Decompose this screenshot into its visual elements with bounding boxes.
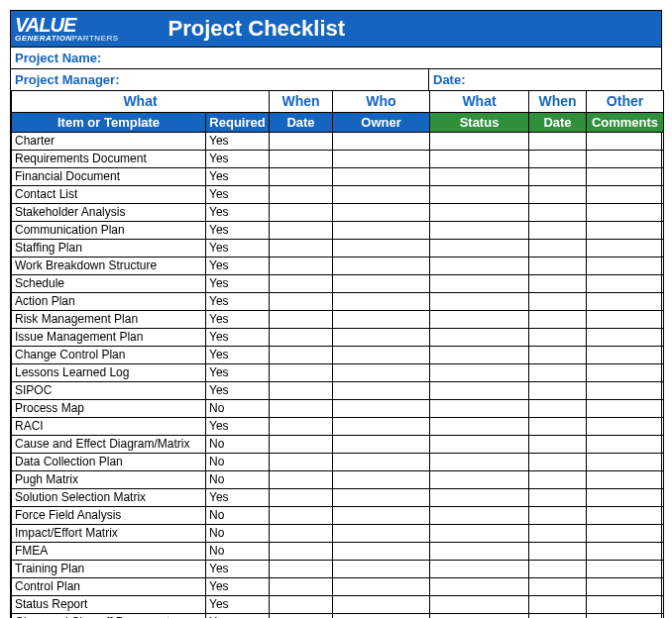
cell-owner — [333, 240, 430, 258]
cell-required: Yes — [206, 311, 270, 329]
cell-date1 — [270, 329, 333, 347]
cell-comments — [587, 240, 664, 258]
cell-required: No — [206, 454, 270, 471]
cell-date2 — [529, 489, 587, 507]
cell-required: Yes — [206, 329, 270, 347]
cell-status — [430, 329, 529, 347]
cell-item: Solution Selection Matrix — [12, 489, 206, 507]
logo-bottom: GENERATIONPARTNERS — [15, 35, 119, 43]
table-row: Solution Selection MatrixYes — [12, 489, 664, 507]
cell-comments — [587, 418, 664, 436]
checklist-sheet: VALUE GENERATIONPARTNERS Project Checkli… — [10, 10, 662, 618]
table-row: SIPOCYes — [12, 382, 664, 400]
table-row: Control PlanYes — [12, 578, 664, 596]
cell-comments — [587, 614, 664, 619]
cell-item: RACI — [12, 418, 206, 436]
cell-comments — [587, 382, 664, 400]
group-what-2: What — [430, 91, 529, 113]
cell-date2 — [529, 240, 587, 258]
checklist-table: What When Who What When Other Item or Te… — [11, 90, 664, 618]
cell-status — [430, 418, 529, 436]
cell-date2 — [529, 275, 587, 293]
cell-required: Yes — [206, 204, 270, 222]
cell-date2 — [529, 400, 587, 418]
cell-comments — [587, 596, 664, 614]
cell-status — [430, 525, 529, 543]
cell-comments — [587, 222, 664, 240]
cell-status — [430, 578, 529, 596]
cell-owner — [333, 186, 430, 204]
cell-comments — [587, 561, 664, 578]
cell-status — [430, 489, 529, 507]
cell-comments — [587, 258, 664, 275]
table-row: FMEANo — [12, 543, 664, 561]
table-row: Close and Sign-off DocumentYes — [12, 614, 664, 619]
cell-comments — [587, 186, 664, 204]
cell-status — [430, 561, 529, 578]
table-row: Risk Management PlanYes — [12, 311, 664, 329]
col-owner: Owner — [333, 113, 430, 133]
cell-date1 — [270, 525, 333, 543]
cell-owner — [333, 275, 430, 293]
cell-comments — [587, 293, 664, 311]
cell-date2 — [529, 311, 587, 329]
cell-required: Yes — [206, 275, 270, 293]
cell-date2 — [529, 507, 587, 525]
group-header-row: What When Who What When Other — [12, 91, 664, 113]
cell-comments — [587, 329, 664, 347]
cell-status — [430, 222, 529, 240]
cell-required: No — [206, 436, 270, 454]
group-what-1: What — [12, 91, 270, 113]
cell-comments — [587, 364, 664, 382]
cell-owner — [333, 329, 430, 347]
table-row: Training PlanYes — [12, 561, 664, 578]
cell-required: Yes — [206, 596, 270, 614]
logo-top: VALUE — [15, 15, 119, 35]
cell-item: Stakeholder Analysis — [12, 204, 206, 222]
cell-required: Yes — [206, 382, 270, 400]
cell-status — [430, 240, 529, 258]
cell-item: Lessons Learned Log — [12, 364, 206, 382]
cell-item: Communication Plan — [12, 222, 206, 240]
table-row: Requirements DocumentYes — [12, 151, 664, 168]
cell-date1 — [270, 133, 333, 151]
cell-status — [430, 311, 529, 329]
cell-status — [430, 400, 529, 418]
cell-owner — [333, 222, 430, 240]
cell-required: Yes — [206, 347, 270, 364]
table-row: Data Collection PlanNo — [12, 454, 664, 471]
group-when-2: When — [529, 91, 587, 113]
cell-date1 — [270, 507, 333, 525]
cell-comments — [587, 543, 664, 561]
cell-date1 — [270, 293, 333, 311]
cell-required: Yes — [206, 364, 270, 382]
cell-comments — [587, 507, 664, 525]
cell-required: No — [206, 525, 270, 543]
sub-header-row: Item or Template Required Date Owner Sta… — [12, 113, 664, 133]
cell-comments — [587, 151, 664, 168]
table-row: RACIYes — [12, 418, 664, 436]
cell-owner — [333, 578, 430, 596]
cell-item: Change Control Plan — [12, 347, 206, 364]
cell-status — [430, 186, 529, 204]
cell-item: Data Collection Plan — [12, 454, 206, 471]
group-other: Other — [587, 91, 664, 113]
cell-date2 — [529, 347, 587, 364]
cell-date1 — [270, 275, 333, 293]
meta-row-2: Project Manager: Date: — [11, 68, 661, 90]
cell-date2 — [529, 471, 587, 489]
col-item: Item or Template — [12, 113, 206, 133]
cell-required: Yes — [206, 489, 270, 507]
cell-comments — [587, 578, 664, 596]
cell-date2 — [529, 364, 587, 382]
cell-date2 — [529, 578, 587, 596]
cell-date1 — [270, 204, 333, 222]
table-row: Stakeholder AnalysisYes — [12, 204, 664, 222]
cell-date2 — [529, 382, 587, 400]
cell-item: Financial Document — [12, 168, 206, 186]
cell-owner — [333, 382, 430, 400]
cell-item: Status Report — [12, 596, 206, 614]
cell-item: Staffing Plan — [12, 240, 206, 258]
group-who: Who — [333, 91, 430, 113]
cell-item: Process Map — [12, 400, 206, 418]
